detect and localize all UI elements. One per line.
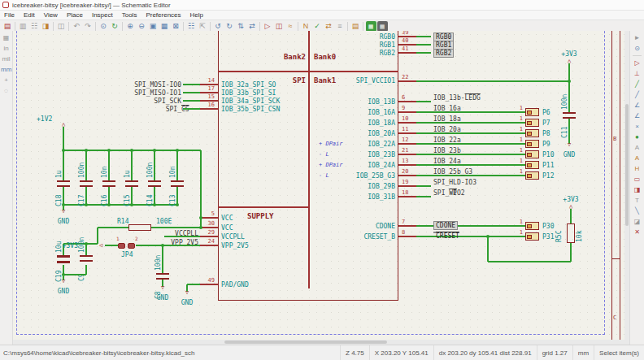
place-symbol-icon[interactable]: ▷ xyxy=(632,58,642,68)
menu-help[interactable]: Help xyxy=(190,11,203,19)
undo-icon[interactable]: ↶ xyxy=(72,21,82,32)
resistor-value[interactable]: 10k xyxy=(576,231,583,242)
connector-ref-P10[interactable]: P10 xyxy=(542,151,554,158)
wire[interactable] xyxy=(416,36,431,37)
connector-ref-P12[interactable]: P12 xyxy=(542,172,554,180)
mirror-h-icon[interactable]: ⇄ xyxy=(247,21,258,32)
net-label[interactable]: IOB_18a xyxy=(433,115,461,123)
connector-ref-P8[interactable]: P8 xyxy=(542,130,550,137)
cap-ref-C16[interactable]: C16 xyxy=(101,195,108,206)
save-icon[interactable]: ▤ xyxy=(2,21,13,32)
zoom-page-icon[interactable]: ▦ xyxy=(159,21,170,32)
place-power-port-icon[interactable]: ⊥ xyxy=(632,68,642,79)
wire[interactable] xyxy=(200,218,202,228)
fpga-divider[interactable] xyxy=(218,71,398,72)
connector-ref-P11[interactable]: P11 xyxy=(542,162,554,169)
pin-stub[interactable] xyxy=(398,132,416,134)
cap-value-C11[interactable]: 100n xyxy=(561,94,568,110)
wire[interactable] xyxy=(416,196,431,197)
plot-icon[interactable]: ◨ xyxy=(41,21,51,32)
schematic-canvas[interactable]: BCBank2Bank0SPIBank1SUPPLYSPI_MOSI-IO014… xyxy=(13,31,629,345)
place-label-icon[interactable]: A xyxy=(632,142,642,153)
rotate-ccw-icon[interactable]: ↺ xyxy=(213,21,224,32)
pin-stub[interactable] xyxy=(398,225,416,227)
capacitor-plate[interactable] xyxy=(171,185,184,187)
paste-icon[interactable]: ◫ xyxy=(56,21,67,32)
net-label[interactable]: IOB_22a xyxy=(433,137,461,144)
wire[interactable] xyxy=(416,44,431,46)
wire[interactable] xyxy=(416,236,525,237)
wire[interactable] xyxy=(176,187,178,205)
hidden-pins-icon[interactable]: ◌ xyxy=(1,85,11,96)
wire[interactable] xyxy=(416,101,431,102)
cap-ref-C15[interactable]: C15 xyxy=(124,195,131,206)
capacitor-plate[interactable] xyxy=(57,261,70,263)
cap-value-C19[interactable]: 10u xyxy=(55,241,63,253)
wire[interactable] xyxy=(183,100,200,102)
rotate-cw-icon[interactable]: ↻ xyxy=(224,21,235,32)
pin-stub[interactable] xyxy=(200,108,218,110)
net-label[interactable]: SPI_CS xyxy=(166,106,181,113)
capacitor-plate[interactable] xyxy=(80,255,93,257)
pin-stub[interactable] xyxy=(398,111,416,113)
wire[interactable] xyxy=(183,92,200,93)
highlight-net-icon[interactable]: ⊙ xyxy=(632,43,642,54)
net-label[interactable]: IOB_20a xyxy=(433,126,461,133)
net-label[interactable]: SPI_WP-IO2 xyxy=(433,189,465,197)
capacitor-plate[interactable] xyxy=(80,260,93,262)
h-scrollbar-thumb[interactable] xyxy=(224,340,387,344)
wire[interactable] xyxy=(85,265,87,275)
menu-preferences[interactable]: Preferences xyxy=(146,11,181,19)
menu-place[interactable]: Place xyxy=(67,11,83,19)
fpga-divider[interactable] xyxy=(308,31,310,288)
wire[interactable] xyxy=(154,150,155,180)
erc-icon[interactable]: ✓ xyxy=(312,21,323,32)
wire[interactable] xyxy=(416,80,569,82)
connector-ref-P6[interactable]: P6 xyxy=(542,109,550,116)
cursor-shape-icon[interactable]: + xyxy=(1,75,11,85)
cap-ref-C17[interactable]: C17 xyxy=(78,195,85,206)
wire[interactable] xyxy=(568,63,570,81)
connector-ref-P7[interactable]: P7 xyxy=(542,119,550,127)
hierarchy-navigator-icon[interactable]: ☷ xyxy=(186,21,197,32)
cap-value-C8[interactable]: 100n xyxy=(154,255,162,271)
menu-tools[interactable]: Tools xyxy=(122,11,137,19)
wire[interactable] xyxy=(488,261,571,262)
capacitor-plate[interactable] xyxy=(102,185,115,187)
wire[interactable] xyxy=(131,187,133,205)
global-label-RGB2[interactable]: RGB2 xyxy=(433,49,454,58)
place-line-icon[interactable]: ╲ xyxy=(632,206,642,216)
find-icon[interactable]: ⊙ xyxy=(98,21,109,32)
pin-stub[interactable] xyxy=(398,80,416,82)
wire[interactable] xyxy=(136,245,200,246)
pin-stub[interactable] xyxy=(398,154,416,155)
net-label[interactable]: IOB_24a xyxy=(433,158,461,165)
net-label[interactable]: IOB_13b-LEDG xyxy=(433,94,465,102)
wire[interactable] xyxy=(487,236,489,262)
net-label[interactable]: IOB_23b xyxy=(433,147,461,154)
wire[interactable] xyxy=(131,150,133,180)
pin-stub[interactable] xyxy=(398,175,416,176)
connector-ref-P31[interactable]: P31 xyxy=(542,233,554,241)
mirror-v-icon[interactable]: ⇅ xyxy=(236,21,246,32)
wire[interactable] xyxy=(63,187,64,205)
menu-view[interactable]: View xyxy=(44,11,58,19)
zoom-in-icon[interactable]: ⊕ xyxy=(125,21,136,32)
global-label-cfg[interactable]: CRESET xyxy=(433,232,438,233)
capacitor-plate[interactable] xyxy=(148,180,161,182)
connector-ref-P30[interactable]: P30 xyxy=(542,223,554,230)
wire[interactable] xyxy=(98,227,128,228)
cap-ref-C13[interactable]: C13 xyxy=(169,195,176,206)
connector-ref-P9[interactable]: P9 xyxy=(542,141,550,148)
place-image-icon[interactable]: ◪ xyxy=(632,216,642,227)
wire[interactable] xyxy=(97,228,98,244)
wire[interactable] xyxy=(108,187,110,205)
capacitor-plate[interactable] xyxy=(171,180,184,182)
resistor-ref[interactable]: R5C xyxy=(555,231,563,242)
sync-pcb-icon[interactable]: ▦ xyxy=(377,21,388,32)
jumper-ref[interactable]: JP4 xyxy=(121,251,133,258)
place-hier-label-icon[interactable]: H xyxy=(632,163,642,174)
wire[interactable] xyxy=(162,245,163,273)
place-bus-icon[interactable]: ╱ xyxy=(632,89,642,100)
cap-ref-C11[interactable]: C11 xyxy=(561,127,568,138)
